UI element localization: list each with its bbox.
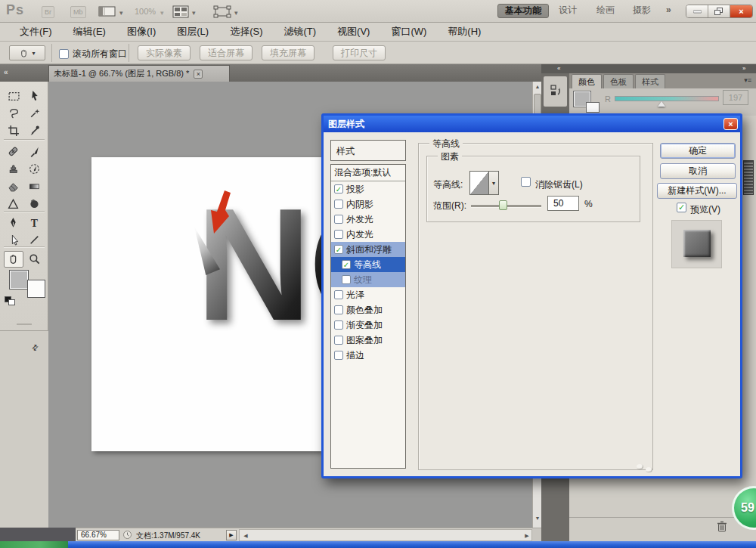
eraser-tool-icon[interactable]	[4, 178, 23, 195]
style-checkbox[interactable]: ✓	[342, 260, 351, 269]
style-checkbox[interactable]	[334, 351, 343, 360]
style-row-inner-shadow[interactable]: 内阴影	[331, 197, 405, 212]
menu-edit[interactable]: 编辑(E)	[63, 23, 116, 41]
healing-brush-tool-icon[interactable]	[4, 144, 23, 160]
style-checkbox[interactable]: ✓	[334, 184, 343, 194]
scroll-right-icon[interactable]: ▶	[522, 533, 531, 539]
menu-help[interactable]: 帮助(H)	[437, 23, 491, 41]
move-tool-icon[interactable]	[25, 88, 45, 104]
foreground-color-swatch[interactable]	[9, 270, 29, 289]
color-panel-background-swatch[interactable]	[586, 102, 600, 113]
panel-menu-icon[interactable]: ▾≡	[744, 76, 751, 84]
hand-tool-icon[interactable]	[4, 251, 23, 268]
scroll-left-icon[interactable]: ◀	[241, 533, 250, 539]
panel-tab-styles[interactable]: 样式	[635, 74, 665, 88]
workspace-tab-essentials[interactable]: 基本功能	[497, 4, 549, 18]
new-style-button[interactable]: 新建样式(W)...	[657, 183, 737, 199]
zoom-level-dropdown-arrow[interactable]: ▾	[160, 9, 164, 17]
print-size-button[interactable]: 打印尺寸	[333, 45, 386, 60]
style-checkbox[interactable]	[334, 336, 343, 345]
quick-selection-tool-icon[interactable]	[25, 105, 45, 122]
channel-slider-thumb[interactable]	[658, 101, 665, 107]
style-row-color-overlay[interactable]: 颜色叠加	[331, 302, 405, 317]
tool-preset-picker[interactable]: ▾	[9, 45, 45, 60]
menu-view[interactable]: 视图(V)	[327, 23, 380, 41]
cancel-button[interactable]: 取消	[660, 163, 736, 179]
style-row-gradient-overlay[interactable]: 渐变叠加	[331, 317, 405, 333]
dialog-resize-grip[interactable]	[646, 467, 652, 472]
menu-window[interactable]: 窗口(W)	[380, 23, 437, 41]
minibridge-icon[interactable]: Mb	[70, 6, 86, 18]
default-colors-icon[interactable]	[5, 296, 15, 305]
panel-resize-grip[interactable]	[743, 160, 754, 195]
status-zoom-field[interactable]: 66.67%	[77, 530, 119, 540]
style-row-texture[interactable]: 纹理	[331, 272, 405, 287]
document-tab-close-icon[interactable]: ×	[194, 70, 203, 79]
workspace-tab-design[interactable]: 设计	[552, 4, 584, 18]
zoom-tool-icon[interactable]	[25, 251, 45, 268]
view-extras-icon[interactable]	[98, 5, 116, 18]
style-checkbox[interactable]	[334, 215, 343, 224]
range-slider-thumb[interactable]	[499, 200, 507, 210]
workspace-overflow-chevron[interactable]: »	[659, 4, 678, 18]
dialog-title-bar[interactable]: 图层样式 ×	[324, 116, 740, 132]
arrange-documents-dropdown-arrow[interactable]: ▾	[192, 9, 196, 17]
horizontal-scrollbar[interactable]: ◀ ▶	[239, 529, 532, 541]
style-checkbox[interactable]	[334, 230, 343, 239]
menu-layer[interactable]: 图层(L)	[166, 23, 219, 41]
brush-tool-icon[interactable]	[25, 144, 45, 160]
menu-file[interactable]: 文件(F)	[9, 23, 63, 41]
dialog-close-icon[interactable]: ×	[723, 118, 738, 130]
contour-picker-swatch[interactable]	[469, 171, 489, 195]
style-checkbox[interactable]	[334, 305, 343, 314]
workspace-tab-painting[interactable]: 绘画	[590, 4, 621, 18]
dock-collapse-left-icon[interactable]: «	[557, 65, 560, 72]
background-color-swatch[interactable]	[27, 280, 45, 298]
fit-screen-button[interactable]: 适合屏幕	[200, 45, 253, 60]
style-checkbox[interactable]	[342, 275, 351, 284]
style-checkbox[interactable]	[334, 320, 343, 330]
taskbar[interactable]	[68, 541, 756, 548]
style-row-satin[interactable]: 光泽	[331, 287, 405, 302]
view-extras-dropdown-arrow[interactable]: ▾	[119, 9, 123, 17]
taskbar-start-button[interactable]	[0, 541, 68, 548]
close-button[interactable]: ×	[730, 5, 752, 17]
style-checkbox[interactable]	[334, 200, 343, 209]
ok-button[interactable]: 确定	[660, 143, 736, 159]
fill-screen-button[interactable]: 填充屏幕	[262, 45, 314, 60]
clone-stamp-tool-icon[interactable]	[4, 161, 23, 178]
screen-mode-dropdown-arrow[interactable]: ▾	[234, 9, 238, 17]
delete-trash-icon[interactable]	[717, 521, 727, 533]
scroll-all-windows-checkbox[interactable]	[59, 49, 69, 59]
minimize-button[interactable]	[686, 5, 708, 17]
channel-value-field[interactable]: 197	[723, 90, 748, 105]
style-row-contour[interactable]: ✓等高线	[331, 257, 405, 272]
dock-collapse-right-icon[interactable]: »	[742, 65, 745, 72]
channel-slider[interactable]	[615, 96, 719, 101]
contour-picker-dropdown-arrow[interactable]: ▾	[489, 171, 499, 195]
arrange-documents-icon[interactable]	[172, 5, 189, 18]
actual-pixels-button[interactable]: 实际像素	[138, 45, 191, 60]
style-checkbox[interactable]: ✓	[334, 245, 343, 254]
dialog-resize-grip[interactable]	[637, 464, 643, 469]
status-flyout-icon[interactable]: ▶	[226, 530, 237, 540]
eyedropper-tool-icon[interactable]	[25, 122, 45, 139]
lasso-tool-icon[interactable]	[4, 105, 23, 122]
zoom-level-value[interactable]: 100%	[135, 7, 156, 16]
restore-button[interactable]	[708, 5, 730, 17]
style-row-drop-shadow[interactable]: ✓投影	[331, 181, 405, 197]
bridge-icon[interactable]: Br	[42, 6, 54, 18]
panel-tab-color[interactable]: 颜色	[572, 74, 602, 88]
scroll-all-windows-option[interactable]: 滚动所有窗口	[59, 48, 127, 60]
gradient-tool-icon[interactable]	[25, 178, 45, 195]
screen-mode-icon[interactable]	[213, 5, 231, 18]
type-tool-icon[interactable]: T	[25, 215, 45, 231]
style-row-pattern-overlay[interactable]: 图案叠加	[331, 333, 405, 348]
crop-tool-icon[interactable]	[4, 122, 23, 139]
style-row-blending-options[interactable]: 混合选项:默认	[331, 165, 405, 181]
collapsed-panel-button[interactable]	[544, 76, 567, 107]
antialias-checkbox[interactable]	[521, 177, 531, 187]
panel-tab-swatches[interactable]: 色板	[603, 74, 634, 88]
blur-tool-icon[interactable]	[4, 196, 23, 212]
menu-filter[interactable]: 滤镜(T)	[273, 23, 327, 41]
